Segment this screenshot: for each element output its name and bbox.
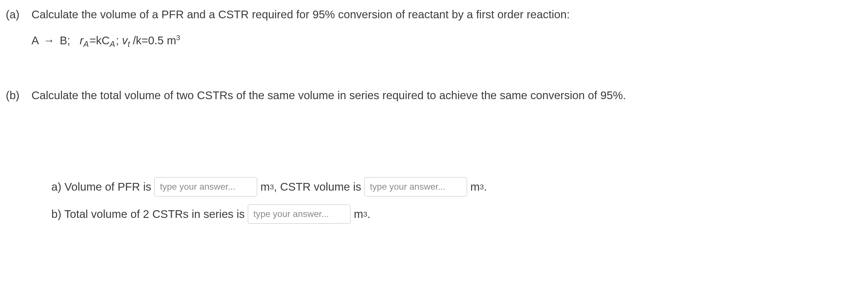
cstr-volume-input[interactable] — [364, 177, 467, 197]
eq-overk: /k=0.5 m — [133, 34, 176, 47]
part-a-label: (a) — [3, 6, 31, 23]
pfr-volume-input[interactable] — [154, 177, 257, 197]
answer-a-mid: , CSTR volume is — [274, 179, 361, 195]
unit-m-3: m — [354, 206, 363, 222]
eq-space1 — [73, 34, 77, 47]
answer-b-prefix: b) Total volume of 2 CSTRs in series is — [51, 206, 245, 222]
eq-C-sub: A — [110, 39, 116, 49]
part-a-row: (a) Calculate the volume of a PFR and a … — [3, 6, 862, 23]
unit-period-3: . — [367, 206, 370, 222]
eq-r: r — [80, 34, 84, 47]
eq-B: B; — [60, 34, 70, 47]
eq-A: A — [31, 34, 38, 47]
answer-row-a: a) Volume of PFR is m3, CSTR volume is m… — [51, 177, 862, 197]
answer-a-prefix: a) Volume of PFR is — [51, 179, 151, 195]
part-a-text: Calculate the volume of a PFR and a CSTR… — [31, 6, 862, 23]
answer-section: a) Volume of PFR is m3, CSTR volume is m… — [51, 177, 862, 224]
eq-v: v — [122, 34, 128, 47]
eq-r-sub: A — [84, 39, 90, 49]
part-a-equation: A → B; rA=kCA; vt /k=0.5 m3 — [31, 32, 862, 49]
unit-m-2: m — [470, 179, 479, 195]
unit-period-2: . — [484, 179, 487, 195]
part-b-row: (b) Calculate the total volume of two CS… — [3, 87, 862, 104]
eq-semi: ; — [116, 34, 122, 47]
part-b-text: Calculate the total volume of two CSTRs … — [31, 87, 862, 104]
unit-m-1: m — [260, 179, 270, 195]
question-page: (a) Calculate the volume of a PFR and a … — [0, 0, 868, 238]
eq-m-exp: 3 — [176, 33, 180, 42]
eq-eqkC: =kC — [90, 34, 110, 47]
two-cstrs-volume-input[interactable] — [248, 205, 350, 224]
spacer — [3, 113, 862, 177]
answer-row-b: b) Total volume of 2 CSTRs in series is … — [51, 205, 862, 224]
part-b-label: (b) — [3, 87, 31, 104]
arrow-icon: → — [41, 32, 57, 49]
eq-v-sub: t — [128, 39, 133, 49]
